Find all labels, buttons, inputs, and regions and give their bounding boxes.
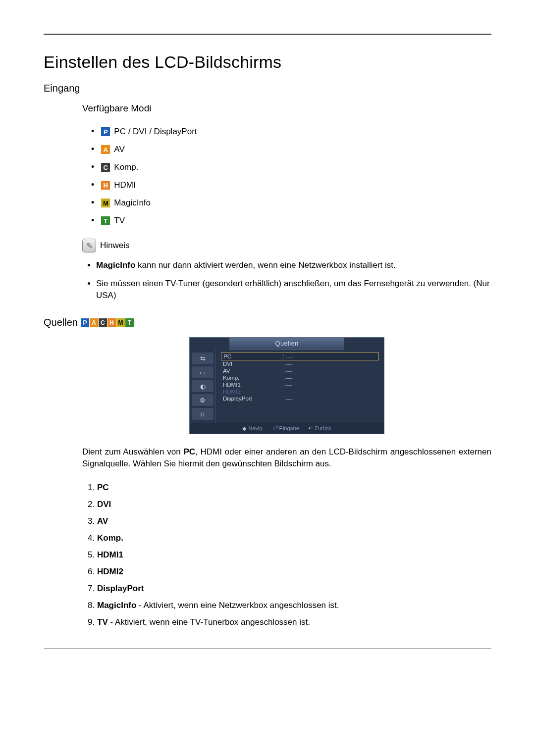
mode-icon-p: P — [101, 127, 110, 136]
mode-label: Komp. — [114, 162, 138, 172]
mode-label: HDMI — [114, 180, 135, 190]
osd-side-icon: ⎌ — [192, 408, 214, 420]
osd-side-icon: ▭ — [192, 366, 214, 378]
osd-row: AV: ---- — [221, 367, 379, 374]
mode-item: CKomp. — [91, 158, 491, 176]
mode-item: HHDMI — [91, 176, 491, 194]
note-label: Hinweis — [100, 241, 130, 251]
sources-description: Dient zum Auswählen von PC, HDMI oder ei… — [82, 446, 491, 469]
list-item: HDMI2 — [97, 563, 491, 580]
osd-row: PC: ---- — [221, 353, 379, 360]
mini-icon-m: M — [116, 318, 125, 327]
mode-label: AV — [114, 145, 124, 154]
osd-side-icon: ⇆ — [192, 353, 214, 364]
page-title: Einstellen des LCD-Bildschirms — [44, 52, 491, 72]
desc-pre: Dient zum Auswählen von — [82, 447, 183, 456]
osd-side-icon: ⚙ — [192, 394, 214, 406]
mode-icon-m: M — [101, 199, 110, 207]
mode-item: TTV — [91, 212, 491, 230]
desc-strong: PC — [183, 447, 195, 456]
note-bullet-text: kann nur dann aktiviert werden, wenn ein… — [135, 260, 395, 270]
osd-foot-eingabe: ⏎Eingabe — [273, 425, 299, 432]
mini-icon-h: H — [107, 318, 116, 327]
osd-preview-wrap: Quellen ⇆ ▭ ◐ ⚙ ⎌ PC: ---- DVI: ---- AV:… — [82, 337, 491, 434]
mode-label: PC / DVI / DisplayPort — [114, 127, 197, 137]
note-bullet-text: Sie müssen einen TV-Tuner (gesondert erh… — [96, 279, 490, 300]
list-item: AV — [97, 513, 491, 530]
mode-item: MMagicInfo — [91, 194, 491, 212]
note-bullet-strong: MagicInfo — [96, 260, 135, 270]
mode-item: PPC / DVI / DisplayPort — [91, 123, 491, 141]
note-bullet: MagicInfo kann nur dann aktiviert werden… — [96, 259, 491, 271]
mode-icon-h: H — [101, 181, 110, 190]
mode-label: MagicInfo — [114, 198, 151, 208]
osd-preview: Quellen ⇆ ▭ ◐ ⚙ ⎌ PC: ---- DVI: ---- AV:… — [189, 337, 384, 434]
modes-list: PPC / DVI / DisplayPort AAV CKomp. HHDMI… — [91, 123, 491, 230]
mode-icon-t: T — [101, 216, 110, 225]
document-page: Einstellen des LCD-Bildschirms Eingang V… — [0, 0, 535, 673]
list-item: DVI — [97, 496, 491, 513]
list-item: TV - Aktiviert, wenn eine TV-Tunerbox an… — [97, 614, 491, 631]
mode-icon-c: C — [101, 163, 110, 172]
osd-row: Komp.: ---- — [221, 374, 379, 381]
osd-foot-zuruck: ↶Zurück — [308, 425, 331, 432]
bottom-rule — [44, 649, 491, 649]
subsection-modes: Verfügbare Modi — [82, 103, 491, 114]
mode-item: AAV — [91, 141, 491, 158]
list-item: MagicInfo - Aktiviert, wenn eine Netzwer… — [97, 597, 491, 614]
osd-row: DVI: ---- — [221, 360, 379, 367]
mini-icons-strip: P A C H M T — [81, 318, 134, 327]
top-rule — [44, 34, 491, 35]
mini-icon-p: P — [81, 318, 89, 327]
mini-icon-a: A — [90, 318, 98, 327]
osd-footer: ◆Navig. ⏎Eingabe ↶Zurück — [190, 423, 384, 434]
mode-label: TV — [114, 216, 125, 226]
content-block: Verfügbare Modi PPC / DVI / DisplayPort … — [82, 103, 491, 301]
osd-foot-navig: ◆Navig. — [242, 425, 264, 432]
osd-list: PC: ---- DVI: ---- AV: ---- Komp.: ---- … — [216, 350, 384, 423]
osd-sidebar: ⇆ ▭ ◐ ⚙ ⎌ — [190, 350, 216, 423]
section-quellen: Quellen P A C H M T — [44, 317, 491, 328]
note-icon: ✎ — [82, 239, 96, 252]
list-item: PC — [97, 479, 491, 496]
sources-numbered-list: PC DVI AV Komp. HDMI1 HDMI2 DisplayPort … — [82, 479, 491, 631]
osd-side-icon: ◐ — [192, 380, 214, 392]
osd-row-dim: HDMI2 — [221, 388, 379, 395]
note-bullets: MagicInfo kann nur dann aktiviert werden… — [82, 259, 491, 301]
osd-row: DisplayPort: ---- — [221, 395, 379, 402]
section-quellen-label: Quellen — [44, 317, 78, 328]
section-eingang: Eingang — [44, 83, 491, 94]
list-item: Komp. — [97, 530, 491, 547]
osd-row: HDMI1: ---- — [221, 381, 379, 388]
osd-title: Quellen — [229, 338, 344, 350]
mini-icon-c: C — [99, 318, 107, 327]
mode-icon-a: A — [101, 145, 110, 154]
list-item: DisplayPort — [97, 580, 491, 597]
note-bullet: Sie müssen einen TV-Tuner (gesondert erh… — [96, 278, 491, 301]
list-item: HDMI1 — [97, 547, 491, 563]
note-row: ✎ Hinweis — [82, 239, 491, 252]
quellen-block: Quellen ⇆ ▭ ◐ ⚙ ⎌ PC: ---- DVI: ---- AV:… — [82, 337, 491, 631]
mini-icon-t: T — [125, 318, 134, 327]
